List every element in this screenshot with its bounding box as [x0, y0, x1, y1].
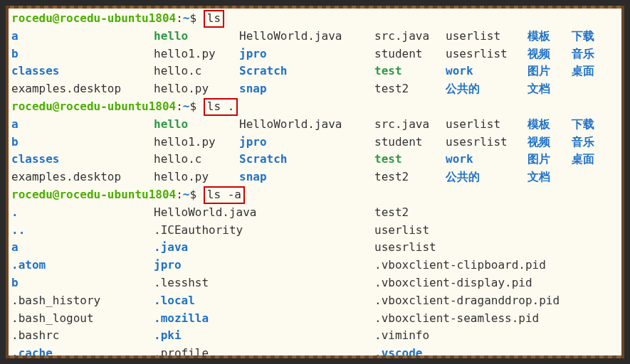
file-entry: 图片: [527, 151, 572, 168]
file-entry: work: [446, 63, 527, 80]
file-entry: 音乐: [572, 134, 616, 151]
file-entry: jpro: [239, 134, 374, 151]
file-entry: test: [374, 63, 446, 80]
file-entry: ..: [11, 222, 154, 240]
file-entry: work: [446, 151, 527, 168]
file-entry: hello1.py: [154, 46, 239, 63]
file-entry: [572, 80, 616, 98]
file-entry: a: [11, 116, 154, 134]
file-entry: usesrlist: [446, 134, 527, 151]
file-entry: .cache: [11, 345, 154, 358]
prompt-line-1: rocedu@rocedu-ubuntu1804:~$ ls: [11, 10, 619, 28]
file-entry: 桌面: [572, 63, 616, 80]
file-entry: .mozilla: [154, 310, 374, 328]
file-entry: .profile: [154, 345, 374, 358]
file-entry: 模板: [527, 116, 572, 134]
file-entry: .vboxclient-seamless.pid: [374, 310, 624, 328]
file-entry: a: [11, 28, 154, 46]
file-entry: 公共的: [446, 168, 527, 186]
file-entry: HelloWorld.java: [154, 204, 374, 222]
file-entry: b: [11, 46, 154, 63]
file-entry: userlist: [374, 222, 624, 240]
highlight-cmd-1: ls: [204, 10, 224, 28]
file-entry: 视频: [527, 134, 572, 151]
file-entry: Scratch: [239, 151, 374, 168]
file-entry: 图片: [527, 63, 572, 80]
file-entry: HelloWorld.java: [239, 116, 374, 134]
file-entry: hello: [154, 116, 239, 134]
file-entry: 文档: [527, 80, 572, 98]
file-entry: classes: [11, 151, 154, 168]
file-entry: examples.desktop: [11, 168, 154, 186]
file-entry: b: [11, 134, 154, 151]
file-entry: src.java: [374, 116, 446, 134]
file-entry: 下载: [572, 28, 616, 46]
file-entry: 模板: [527, 28, 572, 46]
file-entry: usesrlist: [446, 46, 527, 63]
file-entry: HelloWorld.java: [239, 28, 374, 46]
file-entry: jpro: [239, 46, 374, 63]
file-entry: student: [374, 134, 446, 151]
file-entry: .bash_logout: [11, 310, 154, 328]
file-entry: classes: [11, 63, 154, 80]
file-entry: snap: [239, 168, 374, 186]
file-entry: test2: [374, 204, 624, 222]
file-entry: Scratch: [239, 63, 374, 80]
file-entry: hello.py: [154, 80, 239, 98]
file-entry: 音乐: [572, 46, 616, 63]
file-entry: .atom: [11, 257, 154, 274]
file-entry: snap: [239, 80, 374, 98]
file-entry: .bash_history: [11, 292, 154, 310]
file-entry: hello.c: [154, 63, 239, 80]
highlight-cmd-3: ls -a: [204, 186, 245, 204]
file-entry: hello1.py: [154, 134, 239, 151]
file-entry: a: [11, 239, 154, 257]
file-entry: student: [374, 46, 446, 63]
file-entry: hello: [154, 28, 239, 46]
file-entry: 视频: [527, 46, 572, 63]
file-entry: examples.desktop: [11, 80, 154, 98]
file-entry: .vboxclient-display.pid: [374, 274, 624, 292]
file-entry: .: [11, 204, 154, 222]
file-entry: 公共的: [446, 80, 527, 98]
ls-output-2: ahelloHelloWorld.javasrc.javauserlist模板下…: [11, 116, 619, 186]
hostname: rocedu-ubuntu1804: [59, 11, 176, 25]
file-entry: .vboxclient-clipboard.pid: [374, 257, 624, 274]
file-entry: test2: [374, 168, 446, 186]
file-entry: userlist: [446, 116, 527, 134]
file-entry: .vboxclient-draganddrop.pid: [374, 292, 624, 310]
file-entry: hello.c: [154, 151, 239, 168]
file-entry: .local: [154, 292, 374, 310]
file-entry: .bashrc: [11, 327, 154, 345]
user: rocedu: [11, 11, 53, 25]
file-entry: 桌面: [572, 151, 616, 168]
prompt-line-2: rocedu@rocedu-ubuntu1804:~$ ls .: [11, 98, 619, 116]
file-entry: .java: [154, 239, 374, 257]
file-entry: userlist: [446, 28, 527, 46]
file-entry: jpro: [154, 257, 374, 274]
terminal-window[interactable]: rocedu@rocedu-ubuntu1804:~$ ls ahelloHel…: [6, 6, 624, 358]
file-entry: hello.py: [154, 168, 239, 186]
file-entry: test: [374, 151, 446, 168]
file-entry: .viminfo: [374, 327, 624, 345]
file-entry: b: [11, 274, 154, 292]
ls-output-1: ahelloHelloWorld.javasrc.javauserlist模板下…: [11, 28, 619, 98]
prompt-line-3: rocedu@rocedu-ubuntu1804:~$ ls -a: [11, 186, 619, 204]
file-entry: test2: [374, 80, 446, 98]
file-entry: 下载: [572, 116, 616, 134]
file-entry: .ICEauthority: [154, 222, 374, 240]
file-entry: src.java: [374, 28, 446, 46]
file-entry: .vscode: [374, 345, 624, 358]
file-entry: usesrlist: [374, 239, 624, 257]
file-entry: [572, 168, 616, 186]
ls-a-output: .HelloWorld.javatest2 ...ICEauthorityuse…: [11, 204, 619, 358]
highlight-cmd-2: ls .: [204, 98, 238, 116]
file-entry: 文档: [527, 168, 572, 186]
file-entry: .pki: [154, 327, 374, 345]
file-entry: .lesshst: [154, 274, 374, 292]
